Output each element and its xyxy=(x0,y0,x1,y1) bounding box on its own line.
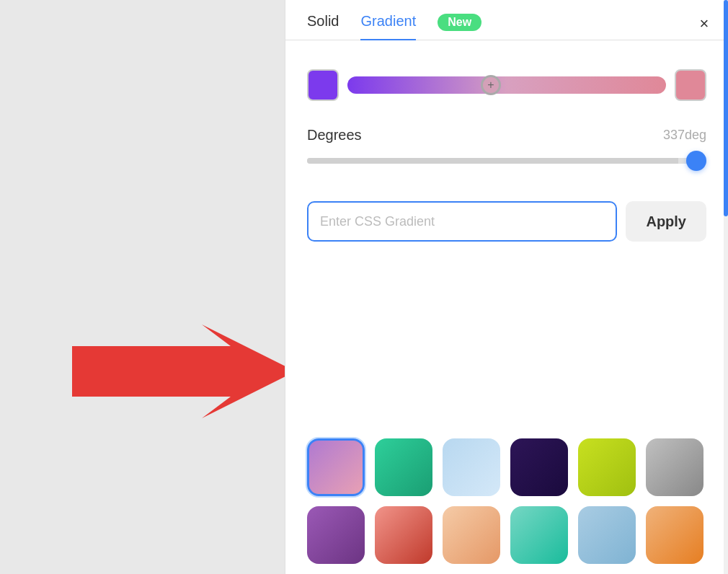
gradient-track[interactable]: + xyxy=(347,76,666,94)
degrees-header: Degrees 337deg xyxy=(307,127,706,144)
degrees-track-fill xyxy=(307,158,678,164)
color-stop-right[interactable] xyxy=(675,69,706,101)
degrees-thumb[interactable] xyxy=(686,151,706,171)
degrees-slider[interactable] xyxy=(307,152,706,169)
swatch-orange3[interactable] xyxy=(646,506,703,564)
left-background xyxy=(0,0,288,574)
apply-button[interactable]: Apply xyxy=(626,201,706,242)
color-stop-left[interactable] xyxy=(307,69,339,101)
new-badge: New xyxy=(438,14,481,31)
swatches-section xyxy=(285,438,728,574)
panel-content: + Degrees 337deg Apply xyxy=(285,40,728,412)
swatch-orange2[interactable] xyxy=(443,506,500,564)
swatch-teal[interactable] xyxy=(375,438,432,496)
scrollbar-thumb[interactable] xyxy=(724,0,728,216)
close-button[interactable]: × xyxy=(693,13,715,35)
swatch-dark-purple[interactable] xyxy=(510,438,568,496)
scrollbar[interactable] xyxy=(724,0,728,574)
tab-bar: Solid Gradient New xyxy=(285,0,728,40)
annotation-arrow xyxy=(72,324,296,418)
swatch-purple-pink[interactable] xyxy=(307,438,365,496)
swatches-row-2 xyxy=(307,506,706,564)
svg-marker-0 xyxy=(72,324,296,418)
swatch-green2[interactable] xyxy=(578,506,636,564)
swatch-yellow-green[interactable] xyxy=(578,438,636,496)
swatch-cyan2[interactable] xyxy=(510,506,568,564)
gradient-thumb[interactable]: + xyxy=(481,75,501,95)
degrees-section: Degrees 337deg xyxy=(307,127,706,169)
degrees-label: Degrees xyxy=(307,127,362,144)
swatches-row-1 xyxy=(307,438,706,496)
swatch-purple2[interactable] xyxy=(307,506,365,564)
color-picker-panel: × Solid Gradient New + Degrees xyxy=(285,0,728,574)
swatch-light-blue[interactable] xyxy=(443,438,500,496)
tab-solid[interactable]: Solid xyxy=(307,13,339,40)
tab-gradient[interactable]: Gradient xyxy=(360,13,416,40)
gradient-track-container: + xyxy=(307,69,706,101)
degrees-value: 337deg xyxy=(663,128,706,143)
css-input-row: Apply xyxy=(307,201,706,242)
swatch-pink2[interactable] xyxy=(375,506,432,564)
degrees-track xyxy=(307,158,706,164)
css-gradient-input[interactable] xyxy=(307,201,617,242)
swatch-gray[interactable] xyxy=(646,438,703,496)
